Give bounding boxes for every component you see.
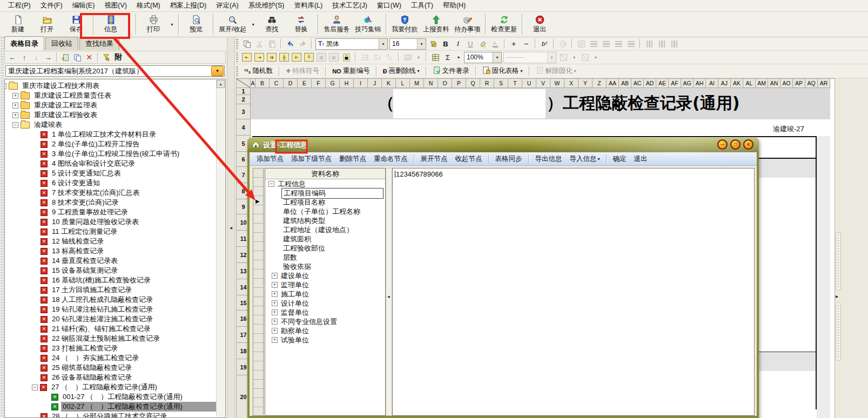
insert-row-above-icon[interactable]: ⇤ [241, 52, 252, 63]
tool-strikeout[interactable]: Đ画删除线▾ [380, 65, 422, 77]
font-family-select[interactable]: Tт 黑体▾ [315, 38, 388, 50]
toolbar-dropdown-print[interactable]: ▾ [168, 14, 176, 35]
column-header-R[interactable]: R [480, 79, 494, 88]
menu-item[interactable]: 帮助(H) [438, 0, 470, 11]
row-header-1[interactable]: 1 [237, 88, 251, 95]
increase-size-icon[interactable]: + [508, 38, 519, 49]
column-header-AE[interactable]: AE [656, 79, 669, 88]
column-header-T[interactable]: T [508, 79, 522, 88]
collapse-minus-icon[interactable]: − [32, 385, 38, 390]
tab-回收站[interactable]: 回收站 [45, 37, 78, 50]
column-header-J[interactable]: J [368, 79, 382, 88]
column-header-AL[interactable]: AL [743, 79, 756, 88]
info-item-建筑面积[interactable]: 建筑面积 [265, 234, 385, 244]
page-break-icon[interactable]: ▦ [316, 52, 327, 63]
tool-solidify-table[interactable]: 固化表格▾ [480, 65, 526, 77]
dialog-button-确定[interactable]: 确定 [609, 153, 630, 165]
border-box2-dropdown[interactable]: ▾ [592, 52, 600, 63]
column-header-AI[interactable]: AI [706, 79, 718, 88]
info-item-验收依据[interactable]: 验收依据 [265, 262, 385, 271]
italic-button[interactable]: I [453, 38, 463, 49]
row-header-2[interactable]: 2 [237, 95, 251, 104]
tree-item-13[interactable]: 13 标高检查记录 [6, 246, 216, 256]
expand-plus-icon[interactable]: + [272, 273, 278, 279]
tree-item[interactable]: +重庆建设工程质量责任表 [6, 91, 216, 100]
expand-plus-icon[interactable]: + [272, 291, 278, 297]
expand-plus-icon[interactable]: + [272, 319, 278, 325]
toolbar-button-pay[interactable]: 我要付款 [389, 12, 420, 36]
expand-plus-icon[interactable]: + [272, 300, 278, 306]
tool-dropdown-solidify-table[interactable]: ▾ [521, 69, 523, 73]
align-center-icon[interactable] [601, 38, 611, 49]
tree-item-26[interactable]: 26 设备基础隐蔽检查记录 [6, 373, 216, 382]
info-group-勘察单位[interactable]: +勘察单位 [265, 326, 385, 335]
copy-document-icon[interactable] [72, 52, 83, 63]
tree-item[interactable]: +重庆建设工程监理表 [6, 100, 216, 110]
minimize-button[interactable]: ─ [717, 139, 728, 150]
tree-item-8[interactable]: 8 技术变更(洽商)记录 [6, 198, 216, 207]
tree-item-19[interactable]: 19 钻孔灌注桩钻孔施工检查记录 [6, 305, 216, 314]
menu-item[interactable]: 资料库(L) [289, 0, 327, 11]
tree-item-23[interactable]: 23 打桩施工检查记录 [6, 343, 216, 353]
tree-item-16[interactable]: 16 基础坑(槽)施工检查验收记录 [6, 275, 216, 285]
toolbar-grip[interactable] [236, 66, 238, 76]
info-item-工程项目编码[interactable]: 工程项目编码 [265, 188, 385, 198]
menu-item[interactable]: 格式(M) [132, 0, 165, 11]
dialog-button-删除节点[interactable]: 删除节点 [335, 153, 370, 165]
column-header-AC[interactable]: AC [631, 79, 644, 88]
dialog-button-展开节点[interactable]: 展开节点 [417, 153, 452, 165]
font-color-icon[interactable] [428, 38, 439, 49]
dialog-button-收起节点[interactable]: 收起节点 [452, 153, 486, 165]
line-spacing-decrease-icon[interactable] [372, 52, 382, 63]
toolbar-button-tips[interactable]: 技巧集锦 [352, 12, 383, 36]
dialog-button-导入信息[interactable]: 导入信息▾ [566, 153, 604, 165]
archive-system-select[interactable]: 重庆建设工程档案编制系统2017（建筑版） ▼ [5, 65, 225, 77]
tree-item-9[interactable]: 9 工程质量事故处理记录 [6, 207, 216, 217]
title-blank-cell[interactable] [393, 89, 546, 118]
column-header-Z[interactable]: Z [593, 79, 607, 88]
tool-random-number[interactable]: ¹²₃随机数 [241, 65, 275, 77]
sum-icon[interactable]: Σ [442, 52, 453, 63]
dialog-button-添加节点[interactable]: 添加节点 [253, 153, 287, 165]
column-header-M[interactable]: M [410, 79, 424, 88]
align-left-icon[interactable] [588, 38, 599, 49]
image-fill-icon[interactable] [402, 52, 413, 63]
column-header-AK[interactable]: AK [731, 79, 743, 88]
paste-icon[interactable] [266, 38, 277, 49]
info-group-建设单位[interactable]: +建设单位 [265, 271, 385, 280]
column-header-AQ[interactable]: AQ [805, 79, 818, 88]
info-item-工程验收部位[interactable]: 工程验收部位 [265, 244, 385, 253]
column-header-AO[interactable]: AO [780, 79, 793, 88]
menu-item[interactable]: 档案上报(D) [165, 0, 211, 11]
column-header-C[interactable]: C [270, 79, 284, 88]
tree-item[interactable]: −渝建竣表 [6, 120, 216, 130]
collapse-minus-icon[interactable]: − [4, 83, 6, 89]
close-button[interactable]: ✕ [743, 139, 753, 150]
column-header-AA[interactable]: AA [607, 79, 619, 88]
toolbar-grip[interactable] [236, 52, 238, 62]
column-header-H[interactable]: H [340, 79, 354, 88]
undo-icon[interactable] [285, 38, 295, 49]
toolbar-button-open[interactable]: 打开 [32, 12, 62, 36]
cut-icon[interactable] [254, 38, 265, 49]
toolbar-button-expand-collapse[interactable]: 展开/收起 [216, 12, 249, 36]
tree-item-11[interactable]: 11 工程定位测量记录 [6, 227, 216, 237]
line-style-select[interactable]: ———▾ [503, 52, 556, 63]
expand-plus-icon[interactable]: + [272, 328, 278, 334]
tree-item-4[interactable]: 4 图纸会审和设计交底记录 [6, 159, 216, 168]
column-header-N[interactable]: N [424, 79, 438, 88]
tool-unsolidify[interactable]: 解除固化▾ [533, 65, 579, 77]
info-group-设计单位[interactable]: +设计单位 [265, 299, 385, 308]
info-item-工程地址（建设地点）[interactable]: 工程地址（建设地点） [265, 225, 385, 234]
column-header-I[interactable]: I [354, 79, 368, 88]
sum-dropdown[interactable]: ▾ [455, 52, 462, 63]
superscript-icon[interactable]: b² [539, 38, 550, 49]
vertical-text-right-icon[interactable] [669, 38, 679, 49]
column-header-A[interactable]: A [251, 79, 255, 88]
copy-icon[interactable] [241, 38, 252, 49]
nav-down-icon[interactable]: ↓ [31, 52, 42, 63]
column-header-K[interactable]: K [382, 79, 396, 88]
info-group-试验单位[interactable]: +试验单位 [265, 335, 385, 345]
form-title-band[interactable]: （ ）工程隐蔽检查记录(通用) [251, 88, 830, 119]
tree-item-12[interactable]: 12 轴线检查记录 [6, 237, 216, 246]
